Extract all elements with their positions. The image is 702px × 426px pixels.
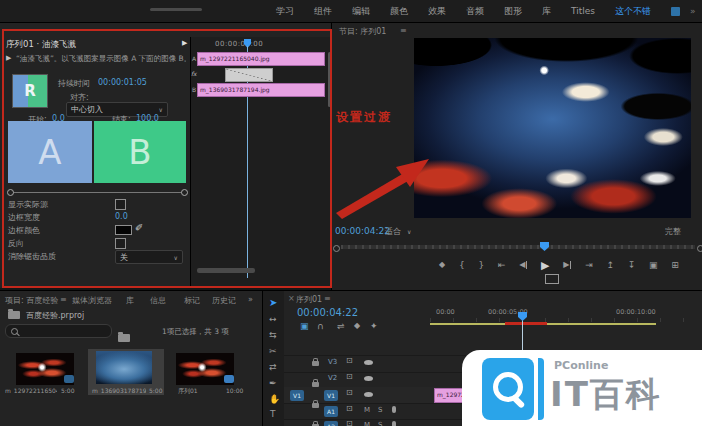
playback-resolution-value[interactable]: 完整 [665, 226, 681, 237]
play-button[interactable]: ▶ [541, 260, 549, 271]
ripple-edit-tool[interactable]: ⇆ [269, 331, 277, 340]
tab-program-monitor[interactable]: 节目: 序列01 [339, 26, 386, 37]
workspace-icon[interactable] [671, 7, 680, 16]
panel-menu-icon[interactable]: ≡ [400, 26, 407, 35]
timeline-timecode[interactable]: 00:00:04:22 [297, 307, 358, 318]
slider-end-handle[interactable] [181, 189, 188, 196]
lift-button[interactable]: ↥ [607, 261, 615, 270]
workspace-tab-learn[interactable]: 学习 [276, 5, 294, 18]
project-search-input[interactable] [5, 324, 112, 338]
mute-button[interactable]: M [364, 421, 370, 426]
panel-menu-icon[interactable]: ≡ [324, 294, 331, 303]
track-select-tool[interactable]: ↔ [269, 315, 277, 324]
sync-lock-icon[interactable]: ⊡ [346, 357, 353, 365]
tab-info[interactable]: 信息 [150, 295, 166, 306]
timeline-settings-icon[interactable]: ✦ [370, 322, 378, 331]
duration-value[interactable]: 00:00:01:05 [98, 78, 147, 87]
panel-drag-handle[interactable] [150, 8, 202, 11]
show-sources-checkbox[interactable] [115, 199, 126, 210]
panel-menu-icon[interactable]: ≡ [60, 295, 67, 304]
mark-in-button[interactable]: { [459, 261, 465, 270]
track-name-a1-badge[interactable]: A1 [324, 406, 338, 417]
sync-lock-icon[interactable]: ⊡ [346, 420, 353, 426]
source-patch-v1-badge[interactable]: V1 [290, 390, 304, 401]
sync-lock-icon[interactable]: ⊡ [346, 405, 353, 413]
monitor-overlay-icon[interactable] [545, 274, 559, 284]
transition-range-slider[interactable] [10, 192, 186, 193]
project-item-name[interactable]: 序列01 [178, 387, 198, 396]
tab-project[interactable]: 项目: 百度经验 [5, 295, 58, 306]
border-color-swatch[interactable] [115, 225, 132, 235]
eyedropper-icon[interactable]: ✐ [135, 222, 143, 233]
timeline-view-toggle-icon[interactable]: ▶ [182, 39, 187, 47]
program-playhead-marker[interactable] [540, 242, 549, 251]
sync-lock-icon[interactable]: ⊡ [346, 373, 353, 381]
go-to-out-button[interactable]: ⇥ [585, 261, 593, 270]
ec-horizontal-scrollbar[interactable] [197, 268, 255, 273]
slider-start-handle[interactable] [7, 189, 14, 196]
tab-media-browser[interactable]: 媒体浏览器 [72, 295, 112, 306]
selection-tool[interactable]: ➤ [269, 297, 277, 308]
voiceover-mic-icon[interactable] [392, 421, 396, 426]
step-forward-button[interactable]: ▶ [563, 261, 571, 269]
linked-selection-icon[interactable]: ⇌ [337, 322, 345, 331]
reverse-checkbox[interactable] [115, 238, 126, 249]
tab-history[interactable]: 历史记 [212, 295, 236, 306]
sync-lock-icon[interactable]: ⊡ [346, 389, 353, 397]
tab-sequence[interactable]: 序列01 [296, 294, 322, 305]
tab-libraries[interactable]: 库 [126, 295, 134, 306]
project-item-thumbnail[interactable] [96, 351, 152, 384]
project-tabs-overflow-icon[interactable]: » [248, 295, 253, 304]
add-marker-button[interactable]: ◆ [439, 261, 445, 269]
ec-clip-a[interactable]: m_1297221165040.jpg [197, 52, 325, 66]
slip-tool[interactable]: ⇄ [269, 363, 277, 372]
lock-icon[interactable] [312, 382, 319, 387]
button-editor-button[interactable]: ⊞ [671, 261, 679, 270]
project-item-name[interactable]: m_1297221165040.jpg [5, 387, 57, 394]
lock-icon[interactable] [312, 403, 319, 408]
workspace-tab-editing[interactable]: 编辑 [352, 5, 370, 18]
workspace-tab-custom-active[interactable]: 这个不错 [615, 5, 651, 18]
transition-collapse-icon[interactable]: ▶ [6, 54, 11, 62]
mute-button[interactable]: M [364, 406, 370, 414]
hand-tool[interactable]: ✋ [269, 395, 280, 404]
new-bin-icon[interactable] [118, 334, 130, 342]
track-output-eye-icon[interactable] [364, 360, 373, 365]
workspace-tab-color[interactable]: 颜色 [390, 5, 408, 18]
project-item-name[interactable]: m_1369031787194.jpg [92, 387, 146, 394]
workspace-tab-libraries[interactable]: 库 [542, 5, 551, 18]
project-bin-icon[interactable] [8, 311, 20, 319]
track-name-v3[interactable]: V3 [328, 358, 337, 366]
workspace-tab-audio[interactable]: 音频 [466, 5, 484, 18]
program-timecode[interactable]: 00:00:04:22 [335, 226, 390, 236]
transition-thumbnail[interactable]: R [12, 74, 48, 108]
tab-markers[interactable]: 标记 [184, 295, 200, 306]
type-tool[interactable]: T [270, 410, 276, 419]
pen-tool[interactable]: ✒ [269, 379, 277, 388]
antialias-dropdown[interactable]: 关 ∨ [115, 250, 183, 264]
track-output-eye-icon[interactable] [364, 392, 373, 397]
workspace-overflow-icon[interactable]: » [690, 6, 696, 16]
scrubber-left-end[interactable] [333, 245, 340, 252]
program-scrubber[interactable] [341, 245, 695, 249]
solo-button[interactable]: S [378, 406, 382, 414]
scrubber-right-end[interactable] [697, 245, 702, 252]
zoom-level-dropdown[interactable]: 适合 ∨ [385, 225, 429, 237]
timeline-ruler[interactable]: 00:00 00:00:05:00 00:00:10:00 [430, 305, 702, 323]
border-width-value[interactable]: 0.0 [115, 212, 128, 221]
workspace-tab-graphics[interactable]: 图形 [504, 5, 522, 18]
workspace-tab-effects[interactable]: 效果 [428, 5, 446, 18]
export-frame-button[interactable]: ▣ [649, 261, 658, 270]
lock-icon[interactable] [312, 361, 319, 366]
project-file-name[interactable]: 百度经验.prproj [26, 310, 84, 321]
close-icon[interactable]: × [288, 294, 295, 303]
ec-clip-b[interactable]: m_1369031787194.jpg [197, 83, 325, 97]
track-name-v1-badge[interactable]: V1 [324, 390, 338, 401]
track-name-a2-badge[interactable]: A2 [324, 421, 338, 426]
razor-tool[interactable]: ✂ [269, 347, 277, 356]
nest-indicator-icon[interactable]: ▣ [300, 322, 309, 331]
solo-button[interactable]: S [378, 421, 382, 426]
ec-transition-block[interactable] [225, 68, 273, 82]
mark-out-button[interactable]: } [478, 261, 484, 270]
track-name-v2[interactable]: V2 [328, 374, 337, 382]
